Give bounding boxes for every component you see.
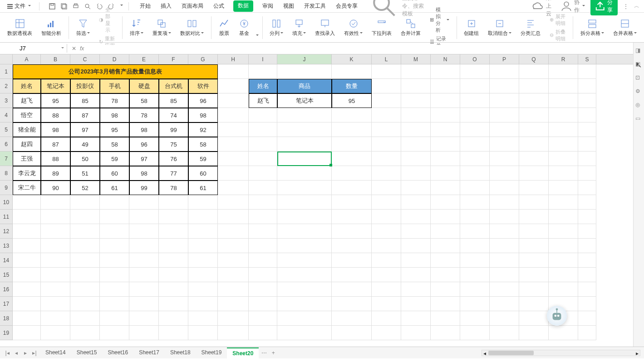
- share-button[interactable]: 分享: [590, 0, 618, 15]
- cell[interactable]: [13, 282, 41, 297]
- cell[interactable]: [578, 152, 596, 166]
- cell[interactable]: [41, 239, 70, 253]
- cell[interactable]: [129, 195, 159, 210]
- cell[interactable]: [100, 195, 129, 210]
- cell[interactable]: [218, 64, 249, 79]
- cell[interactable]: [490, 122, 519, 137]
- cell[interactable]: [332, 326, 372, 340]
- cell[interactable]: 笔记本: [41, 79, 70, 93]
- cell[interactable]: 王强: [13, 152, 41, 166]
- cell[interactable]: [372, 239, 401, 253]
- cell[interactable]: [249, 253, 277, 268]
- print-icon[interactable]: [72, 3, 79, 10]
- cell[interactable]: [578, 79, 596, 93]
- cell[interactable]: [431, 181, 460, 195]
- cell[interactable]: [490, 166, 519, 181]
- cell[interactable]: [549, 268, 578, 282]
- cell[interactable]: [13, 224, 41, 239]
- cell[interactable]: [549, 326, 578, 340]
- cell[interactable]: [249, 64, 277, 79]
- show-all-button[interactable]: ◑全部显示: [99, 6, 115, 34]
- expand-detail-button[interactable]: ⊕展开明细: [550, 13, 565, 27]
- cell[interactable]: [277, 253, 332, 268]
- cell[interactable]: [277, 297, 332, 311]
- cell[interactable]: [490, 239, 519, 253]
- cell[interactable]: [490, 108, 519, 122]
- cell[interactable]: [277, 210, 332, 224]
- cell[interactable]: [70, 282, 100, 297]
- first-sheet-icon[interactable]: |◂: [4, 349, 11, 357]
- cell[interactable]: [578, 253, 596, 268]
- cell[interactable]: [519, 224, 549, 239]
- cell[interactable]: 赵飞: [13, 93, 41, 108]
- panel-toggle-icon[interactable]: ◨: [635, 47, 643, 54]
- row-header[interactable]: 7: [0, 152, 12, 166]
- cell[interactable]: [218, 210, 249, 224]
- cell[interactable]: [401, 79, 431, 93]
- cell[interactable]: [578, 239, 596, 253]
- column-header[interactable]: G: [188, 54, 218, 64]
- cell[interactable]: [218, 253, 249, 268]
- cell[interactable]: [431, 152, 460, 166]
- cell[interactable]: [332, 195, 372, 210]
- cell[interactable]: 58: [100, 137, 129, 152]
- cell[interactable]: [13, 210, 41, 224]
- cell[interactable]: [549, 282, 578, 297]
- panel-select-icon[interactable]: ⊡: [635, 74, 643, 82]
- cell[interactable]: [218, 166, 249, 181]
- cell[interactable]: [578, 268, 596, 282]
- collapse-detail-button[interactable]: ⊖折叠明细: [550, 29, 565, 42]
- validation-button[interactable]: 有效性: [340, 14, 366, 41]
- cell[interactable]: [578, 166, 596, 181]
- cell[interactable]: [490, 282, 519, 297]
- column-header[interactable]: R: [549, 54, 578, 64]
- tab-data[interactable]: 数据: [233, 0, 253, 12]
- group-button[interactable]: 创建组: [460, 14, 482, 41]
- cell[interactable]: 50: [70, 152, 100, 166]
- cell[interactable]: [431, 64, 460, 79]
- cell[interactable]: [372, 79, 401, 93]
- row-header[interactable]: 6: [0, 137, 12, 152]
- cancel-icon[interactable]: ✕: [72, 45, 76, 52]
- column-header[interactable]: S: [578, 54, 596, 64]
- cell[interactable]: [431, 108, 460, 122]
- cell[interactable]: [277, 166, 332, 181]
- column-header[interactable]: N: [431, 54, 460, 64]
- cell[interactable]: [332, 108, 372, 122]
- row-header[interactable]: 8: [0, 166, 12, 181]
- cell[interactable]: [578, 326, 596, 340]
- cell[interactable]: [549, 108, 578, 122]
- cell[interactable]: [460, 108, 490, 122]
- cell[interactable]: [41, 195, 70, 210]
- cell[interactable]: [549, 166, 578, 181]
- cells-area[interactable]: 公司2023年3月销售产品数量信息表姓名笔记本投影仪手机硬盘台式机软件姓名商品数…: [13, 64, 635, 347]
- tab-view[interactable]: 视图: [282, 0, 295, 12]
- cell[interactable]: [578, 297, 596, 311]
- sheet-tab[interactable]: Sheet15: [71, 347, 103, 358]
- cell[interactable]: [249, 166, 277, 181]
- cell[interactable]: [249, 181, 277, 195]
- cell[interactable]: [41, 282, 70, 297]
- cell[interactable]: [332, 282, 372, 297]
- cell[interactable]: [431, 137, 460, 152]
- cell[interactable]: [549, 181, 578, 195]
- cell[interactable]: [401, 311, 431, 326]
- cell[interactable]: [129, 253, 159, 268]
- pivot-table-button[interactable]: 数据透视表: [4, 14, 36, 41]
- sheet-tab[interactable]: Sheet19: [196, 347, 227, 358]
- cell[interactable]: 赵飞: [249, 93, 277, 108]
- cell[interactable]: [70, 239, 100, 253]
- horizontal-scrollbar[interactable]: ◂▸: [482, 350, 640, 356]
- cell[interactable]: 60: [100, 166, 129, 181]
- cell[interactable]: [490, 137, 519, 152]
- cell[interactable]: [13, 268, 41, 282]
- cell[interactable]: [431, 268, 460, 282]
- cell[interactable]: [460, 210, 490, 224]
- cell[interactable]: [277, 122, 332, 137]
- column-header[interactable]: J: [277, 54, 332, 64]
- cell[interactable]: 77: [159, 166, 188, 181]
- simulation-button[interactable]: ⊞模拟分析: [430, 6, 449, 34]
- column-header[interactable]: Q: [519, 54, 549, 64]
- cell[interactable]: [372, 326, 401, 340]
- text-to-columns-button[interactable]: 分列: [266, 14, 287, 41]
